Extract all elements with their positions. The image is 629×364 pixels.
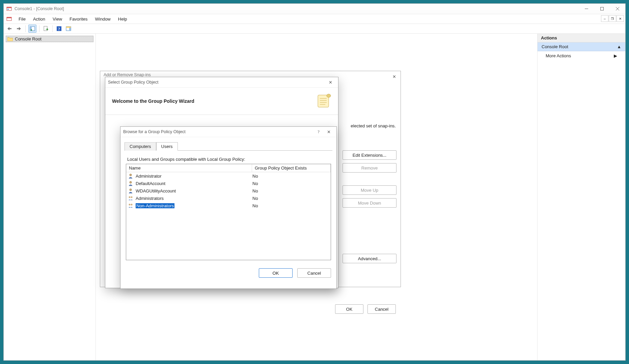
toolbar-sep2 bbox=[39, 25, 39, 32]
user-list[interactable]: Name Group Policy Object Exists Administ… bbox=[126, 164, 331, 260]
list-row-wdagutilityaccount[interactable]: WDAGUtilityAccountNo bbox=[126, 187, 331, 194]
col-exists[interactable]: Group Policy Object Exists bbox=[252, 164, 331, 172]
close-button[interactable] bbox=[610, 4, 625, 14]
actions-more[interactable]: More Actions ▶ bbox=[538, 51, 625, 60]
svg-rect-10 bbox=[611, 18, 613, 20]
svg-point-29 bbox=[130, 181, 132, 183]
remove-button[interactable]: Remove bbox=[343, 163, 396, 173]
back-button[interactable] bbox=[6, 25, 13, 32]
svg-rect-12 bbox=[17, 28, 19, 29]
snapins-cancel-button[interactable]: Cancel bbox=[367, 304, 396, 314]
app-icon bbox=[6, 6, 12, 11]
tab-computers[interactable]: Computers bbox=[125, 142, 156, 151]
group-icon bbox=[128, 195, 134, 201]
menu-favorites[interactable]: Favorites bbox=[66, 15, 91, 23]
svg-rect-2 bbox=[7, 9, 9, 10]
browse-footer: OK Cancel bbox=[120, 264, 336, 282]
list-header: Name Group Policy Object Exists bbox=[126, 164, 331, 172]
advanced-button[interactable]: Advanced... bbox=[343, 254, 396, 263]
browse-dialog: Browse for a Group Policy Object ? ✕ Com… bbox=[120, 126, 337, 289]
list-row-administrator[interactable]: AdministratorNo bbox=[126, 172, 331, 180]
tree-root[interactable]: Console Root bbox=[6, 36, 93, 42]
list-row-defaultaccount[interactable]: DefaultAccountNo bbox=[126, 180, 331, 187]
svg-rect-4 bbox=[601, 7, 604, 10]
browse-cancel-button[interactable]: Cancel bbox=[297, 268, 331, 278]
titlebar: Console1 - [Console Root] bbox=[4, 4, 625, 14]
user-icon bbox=[128, 188, 134, 194]
edit-extensions-button[interactable]: Edit Extensions... bbox=[343, 150, 396, 160]
window-controls bbox=[579, 4, 625, 14]
menu-window[interactable]: Window bbox=[92, 15, 114, 23]
row-name: Administrators bbox=[135, 196, 250, 201]
svg-point-32 bbox=[131, 196, 133, 198]
folder-icon bbox=[7, 37, 13, 41]
actions-pane: Actions Console Root ▲ More Actions ▶ bbox=[537, 34, 625, 360]
forward-button[interactable] bbox=[15, 25, 23, 32]
row-exists: No bbox=[250, 196, 331, 201]
svg-point-33 bbox=[129, 204, 131, 206]
svg-rect-16 bbox=[44, 26, 47, 31]
row-name: Administrator bbox=[135, 174, 250, 179]
wizard-close[interactable]: ✕ bbox=[325, 78, 335, 87]
show-tree-button[interactable] bbox=[28, 25, 36, 33]
snapins-ok-button[interactable]: OK bbox=[335, 304, 363, 314]
snapins-close[interactable]: ✕ bbox=[389, 72, 399, 81]
browse-pane: Local Users and Groups compatible with L… bbox=[120, 151, 336, 264]
browse-ok-button[interactable]: OK bbox=[259, 268, 293, 278]
help-icon[interactable]: ? bbox=[313, 129, 324, 134]
menu-view[interactable]: View bbox=[49, 15, 65, 23]
mdi-close[interactable]: ✕ bbox=[617, 15, 624, 22]
svg-rect-8 bbox=[7, 17, 11, 18]
wizard-title: Select Group Policy Object bbox=[108, 80, 158, 85]
toolbar: ? bbox=[4, 24, 625, 34]
menubar: File Action View Favorites Window Help –… bbox=[4, 14, 625, 24]
content-area: Console Root Actions Console Root ▲ More… bbox=[4, 34, 625, 360]
tree-pane[interactable]: Console Root bbox=[4, 34, 96, 360]
col-name[interactable]: Name bbox=[126, 164, 252, 172]
actions-root[interactable]: Console Root ▲ bbox=[538, 42, 625, 51]
browse-tabs: Computers Users bbox=[125, 142, 332, 151]
window-title: Console1 - [Console Root] bbox=[15, 6, 579, 11]
row-exists: No bbox=[250, 174, 331, 179]
row-exists: No bbox=[250, 181, 331, 186]
list-row-administrators[interactable]: AdministratorsNo bbox=[126, 194, 331, 202]
list-row-non-administrators[interactable]: Non-AdministratorsNo bbox=[126, 202, 331, 209]
mdi-controls: – ✕ bbox=[601, 15, 624, 22]
maximize-button[interactable] bbox=[594, 4, 610, 14]
list-label: Local Users and Groups compatible with L… bbox=[127, 157, 330, 162]
move-down-button[interactable]: Move Down bbox=[343, 198, 396, 208]
chevron-right-icon: ▶ bbox=[614, 53, 617, 58]
browse-close[interactable]: ✕ bbox=[324, 127, 334, 136]
svg-point-23 bbox=[327, 94, 331, 97]
tree-root-label: Console Root bbox=[15, 36, 42, 41]
actions-more-label: More Actions bbox=[546, 53, 571, 58]
wizard-banner: Welcome to the Group Policy Wizard bbox=[105, 88, 338, 115]
svg-rect-11 bbox=[9, 28, 11, 29]
menu-help[interactable]: Help bbox=[115, 15, 131, 23]
svg-point-15 bbox=[31, 29, 32, 31]
show-actions-button[interactable] bbox=[65, 25, 72, 32]
group-icon bbox=[128, 203, 134, 209]
tab-users[interactable]: Users bbox=[156, 142, 178, 151]
toolbar-sep3 bbox=[52, 25, 53, 32]
mdi-minimize[interactable]: – bbox=[601, 15, 608, 22]
mdi-restore[interactable] bbox=[609, 15, 616, 22]
menu-file[interactable]: File bbox=[15, 15, 29, 23]
row-name: DefaultAccount bbox=[135, 181, 250, 186]
browse-title: Browse for a Group Policy Object bbox=[123, 129, 186, 134]
svg-rect-21 bbox=[66, 27, 71, 28]
svg-rect-1 bbox=[7, 7, 11, 8]
browse-titlebar: Browse for a Group Policy Object ? ✕ bbox=[120, 127, 336, 137]
row-name: WDAGUtilityAccount bbox=[135, 188, 250, 193]
wizard-heading: Welcome to the Group Policy Wizard bbox=[112, 98, 194, 104]
collapse-icon: ▲ bbox=[617, 44, 621, 49]
help-button[interactable]: ? bbox=[55, 25, 63, 32]
minimize-button[interactable] bbox=[579, 4, 594, 14]
row-name: Non-Administrators bbox=[135, 203, 250, 208]
svg-point-31 bbox=[129, 196, 131, 198]
menu-action[interactable]: Action bbox=[30, 15, 49, 23]
export-button[interactable] bbox=[42, 25, 50, 32]
snapins-right-buttons: Edit Extensions... Remove Move Up Move D… bbox=[343, 150, 396, 208]
move-up-button[interactable]: Move Up bbox=[343, 185, 396, 195]
snapins-hint: elected set of snap-ins. bbox=[351, 123, 396, 128]
